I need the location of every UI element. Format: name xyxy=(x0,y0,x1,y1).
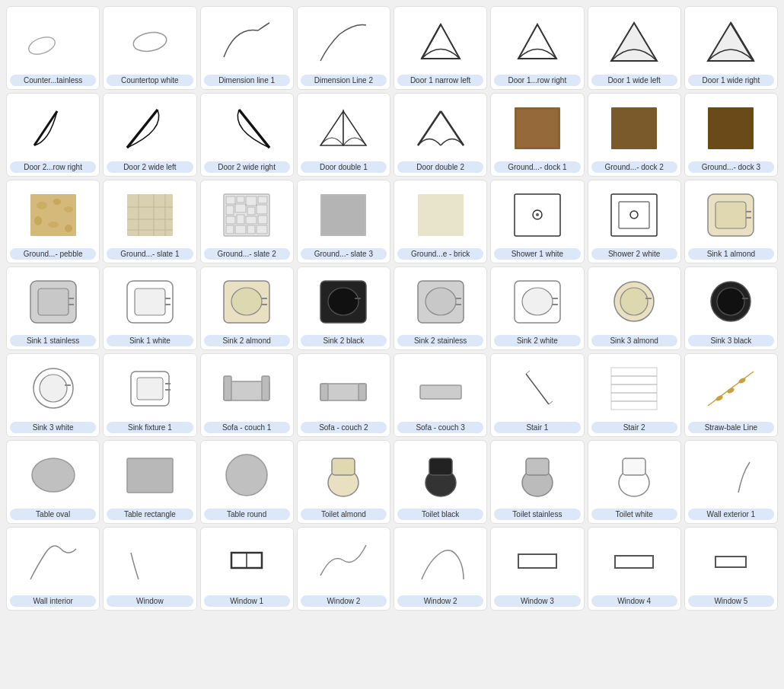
svg-rect-64 xyxy=(38,289,69,315)
grid-cell-door-1-wide-left[interactable]: Door 1 wide left xyxy=(588,6,681,90)
grid-cell-ground-dock-1[interactable]: Ground...- dock 1 xyxy=(490,93,584,177)
grid-cell-window-2[interactable]: Window 2 xyxy=(297,527,390,611)
cell-label-window-1: Window 1 xyxy=(204,595,290,607)
icon-window-4 xyxy=(591,532,677,592)
svg-rect-128 xyxy=(623,458,645,475)
grid-cell-sink-1-white[interactable]: Sink 1 white xyxy=(103,266,196,350)
grid-cell-shower-1-white[interactable]: Shower 1 white xyxy=(490,180,584,263)
icon-sink-fixture-1 xyxy=(107,359,193,419)
grid-cell-ground-pebble[interactable]: Ground...- pebble xyxy=(6,180,100,263)
grid-cell-sink-2-stainless[interactable]: Sink 2 stainless xyxy=(394,266,487,350)
svg-rect-18 xyxy=(708,107,754,149)
icon-stair-2 xyxy=(591,359,677,419)
grid-cell-table-oval[interactable]: Table oval xyxy=(6,440,100,524)
svg-rect-109 xyxy=(611,368,657,410)
grid-cell-sink-fixture-1[interactable]: Sink fixture 1 xyxy=(103,353,196,437)
icon-window-3 xyxy=(494,532,580,592)
icon-grid: Counter...tainlessCountertop whiteDimens… xyxy=(0,0,784,617)
grid-cell-wall-interior[interactable]: Wall interior xyxy=(6,527,100,611)
grid-cell-sink-2-white[interactable]: Sink 2 white xyxy=(490,266,584,350)
grid-cell-sink-3-black[interactable]: Sink 3 black xyxy=(684,266,778,350)
grid-cell-table-rectangle[interactable]: Table rectangle xyxy=(103,440,196,524)
cell-label-toilet-stainless: Toilet stainless xyxy=(494,509,580,520)
grid-cell-sofa-couch-1[interactable]: Sofa - couch 1 xyxy=(200,353,294,437)
svg-point-1 xyxy=(132,30,167,53)
grid-cell-window-1[interactable]: Window 1 xyxy=(200,527,294,611)
icon-window-5 xyxy=(688,532,774,592)
cell-label-sink-2-almond: Sink 2 almond xyxy=(204,335,290,346)
grid-cell-toilet-black[interactable]: Toilet black xyxy=(394,440,487,524)
grid-cell-sink-3-almond[interactable]: Sink 3 almond xyxy=(588,266,681,350)
grid-cell-dimension-line-1[interactable]: Dimension line 1 xyxy=(200,6,294,90)
grid-cell-sofa-couch-2[interactable]: Sofa - couch 2 xyxy=(297,353,390,437)
svg-rect-119 xyxy=(127,458,173,493)
grid-cell-ground-slate-2[interactable]: Ground...- slate 2 xyxy=(200,180,294,263)
grid-cell-sofa-couch-3[interactable]: Sofa - couch 3 xyxy=(394,353,487,437)
svg-rect-52 xyxy=(418,194,464,236)
icon-door-double-1 xyxy=(301,98,387,158)
cell-label-window-4: Window 4 xyxy=(591,595,677,607)
grid-cell-toilet-almond[interactable]: Toilet almond xyxy=(297,440,390,524)
icon-dimension-line-1 xyxy=(204,11,290,72)
grid-cell-sink-2-black[interactable]: Sink 2 black xyxy=(297,266,390,350)
grid-cell-sink-1-stainless[interactable]: Sink 1 stainless xyxy=(6,266,100,350)
grid-cell-window[interactable]: Window xyxy=(103,527,196,611)
grid-cell-sink-3-white[interactable]: Sink 3 white xyxy=(6,353,100,437)
grid-cell-ground-dock-3[interactable]: Ground...- dock 3 xyxy=(684,93,778,177)
grid-cell-sink-2-almond[interactable]: Sink 2 almond xyxy=(200,266,294,350)
grid-cell-door-2-wide-right[interactable]: Door 2 wide right xyxy=(200,93,294,177)
cell-label-dimension-line-1: Dimension line 1 xyxy=(204,75,290,86)
grid-cell-dimension-line-2[interactable]: Dimension Line 2 xyxy=(297,6,390,90)
cell-label-door-1-narrow-right: Door 1...row right xyxy=(494,75,580,86)
grid-cell-wall-exterior-1[interactable]: Wall exterior 1 xyxy=(684,440,778,524)
grid-cell-stair-1[interactable]: Stair 1 xyxy=(490,353,584,437)
grid-cell-ground-dock-2[interactable]: Ground...- dock 2 xyxy=(588,93,681,177)
cell-label-sink-2-white: Sink 2 white xyxy=(494,335,580,346)
svg-point-87 xyxy=(620,288,648,315)
grid-cell-window-5[interactable]: Window 5 xyxy=(684,527,778,611)
cell-label-sofa-couch-1: Sofa - couch 1 xyxy=(204,422,290,433)
grid-cell-straw-bale-line[interactable]: Straw-bale Line xyxy=(684,353,778,437)
grid-cell-table-round[interactable]: Table round xyxy=(200,440,294,524)
icon-sofa-couch-2 xyxy=(301,359,387,419)
grid-cell-countertop-white[interactable]: Countertop white xyxy=(103,6,196,90)
grid-cell-sink-1-almond[interactable]: Sink 1 almond xyxy=(684,180,778,263)
cell-label-ground-slate-3: Ground...- slate 3 xyxy=(301,248,387,260)
svg-rect-126 xyxy=(526,458,549,475)
grid-cell-door-1-narrow-left[interactable]: Door 1 narrow left xyxy=(394,6,487,90)
icon-countertop-stainless xyxy=(10,11,96,72)
cell-label-table-rectangle: Table rectangle xyxy=(107,509,193,520)
cell-label-ground-dock-1: Ground...- dock 1 xyxy=(494,161,580,173)
cell-label-door-2-wide-left: Door 2 wide left xyxy=(107,161,193,173)
svg-point-21 xyxy=(53,199,61,205)
icon-door-1-wide-left xyxy=(591,11,677,72)
grid-cell-door-2-narrow-right[interactable]: Door 2...row right xyxy=(6,93,100,177)
svg-point-25 xyxy=(65,225,72,232)
grid-cell-toilet-white[interactable]: Toilet white xyxy=(588,440,681,524)
grid-cell-door-1-wide-right[interactable]: Door 1 wide right xyxy=(684,6,778,90)
icon-window-1 xyxy=(204,532,290,592)
grid-cell-door-double-2[interactable]: Door double 2 xyxy=(394,93,487,177)
cell-label-wall-interior: Wall interior xyxy=(10,595,96,607)
icon-stair-1 xyxy=(494,359,580,419)
grid-cell-door-double-1[interactable]: Door double 1 xyxy=(297,93,390,177)
cell-label-shower-2-white: Shower 2 white xyxy=(591,248,677,260)
grid-cell-shower-2-white[interactable]: Shower 2 white xyxy=(588,180,681,263)
grid-cell-door-2-wide-left[interactable]: Door 2 wide left xyxy=(103,93,196,177)
grid-cell-window-2b[interactable]: Window 2 xyxy=(394,527,487,611)
grid-cell-ground-brick[interactable]: Ground...e - brick xyxy=(394,180,487,263)
icon-sofa-couch-3 xyxy=(397,359,483,419)
icon-door-2-wide-right xyxy=(204,98,290,158)
grid-cell-door-1-narrow-right[interactable]: Door 1...row right xyxy=(490,6,584,90)
grid-cell-stair-2[interactable]: Stair 2 xyxy=(588,353,681,437)
cell-label-sink-1-stainless: Sink 1 stainless xyxy=(10,335,96,346)
grid-cell-ground-slate-3[interactable]: Ground...- slate 3 xyxy=(297,180,390,263)
grid-cell-window-3[interactable]: Window 3 xyxy=(490,527,584,611)
icon-wall-interior xyxy=(10,532,96,592)
grid-cell-countertop-stainless[interactable]: Counter...tainless xyxy=(6,6,100,90)
icon-sink-3-black xyxy=(688,272,774,332)
grid-cell-toilet-stainless[interactable]: Toilet stainless xyxy=(490,440,584,524)
svg-line-9 xyxy=(127,110,158,148)
grid-cell-window-4[interactable]: Window 4 xyxy=(588,527,681,611)
grid-cell-ground-slate-1[interactable]: Ground...- slate 1 xyxy=(103,180,196,263)
